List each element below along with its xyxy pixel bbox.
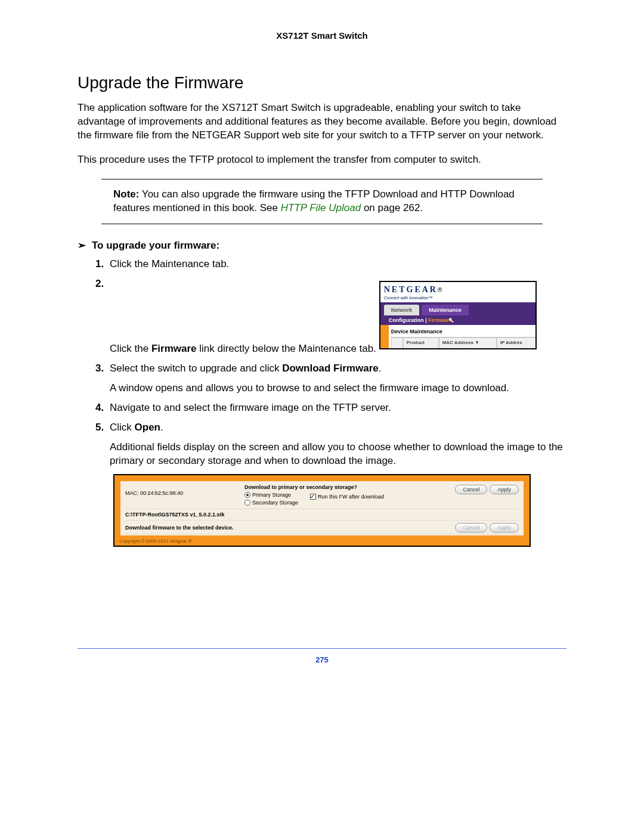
note-link[interactable]: HTTP File Upload <box>281 202 361 213</box>
step-3-text-c: . <box>379 363 382 374</box>
tab-maintenance[interactable]: Maintenance <box>422 305 469 315</box>
step-2-bold: Firmware <box>151 343 197 354</box>
page-footer: 275 <box>78 648 566 665</box>
file-path: C:\TFTP-Root\GS752TXS v1_5.0.2.1.stk <box>125 509 519 521</box>
apply-button[interactable]: Apply <box>490 485 519 494</box>
step-4: Navigate to and select the firmware imag… <box>95 401 566 415</box>
note-rule-bottom <box>101 224 543 224</box>
radio-primary[interactable] <box>244 492 250 498</box>
cancel-button[interactable]: Cancel <box>455 485 487 494</box>
step-5: Click Open. Additional fields display on… <box>95 421 566 468</box>
netgear-tagline: Connect with Innovation™ <box>384 295 532 301</box>
step-3: Select the switch to upgrade and click D… <box>95 362 566 395</box>
step-3-text-a: Select the switch to upgrade and click <box>110 363 282 374</box>
procedure-title: To upgrade your firmware: <box>92 240 219 251</box>
cancel-button-disabled: Cancel <box>455 523 487 532</box>
radio-primary-label: Primary Storage <box>252 491 291 498</box>
step-1: Click the Maintenance tab. <box>95 258 566 271</box>
copyright-bar: Copyright © 2009-2011 Netgear ® <box>114 538 530 546</box>
device-maintenance-title: Device Maintenance <box>391 326 535 337</box>
step-5-extra: Additional fields display on the screen … <box>110 441 566 468</box>
col-ip[interactable]: IP Addres <box>497 337 535 348</box>
radio-secondary-label: Secondary Storage <box>252 499 298 506</box>
col-product[interactable]: Product <box>403 337 439 348</box>
step-3-extra: A window opens and allows you to browse … <box>110 382 566 395</box>
header-product: XS712T Smart Switch <box>78 30 566 42</box>
section-heading: Upgrade the Firmware <box>78 72 566 94</box>
radio-secondary[interactable] <box>244 500 250 506</box>
checkbox-run-fw[interactable] <box>310 494 316 500</box>
chevron-icon: ➢ <box>78 240 86 251</box>
step-3-bold: Download Firmware <box>282 363 379 374</box>
step-5-text-c: . <box>160 422 163 433</box>
mac-label: MAC: 00:24:b2:5c:98:40 <box>125 484 244 497</box>
step-2-text-a: Click the <box>110 343 151 354</box>
step-2-text-c: link directly below the Maintenance tab. <box>197 343 376 354</box>
step-4-text: Navigate to and select the firmware imag… <box>110 402 391 413</box>
download-message: Download firmware to the selected device… <box>125 524 453 531</box>
note-rule-top <box>101 179 543 179</box>
apply-button-disabled: Apply <box>490 523 519 532</box>
netgear-reg: ® <box>438 287 442 293</box>
tab-network[interactable]: Network <box>384 305 420 315</box>
note-text-after: on page 262. <box>361 202 423 213</box>
intro-paragraph-1: The application software for the XS712T … <box>78 101 566 143</box>
screenshot-download-dialog: MAC: 00:24:b2:5c:98:40 Download to prima… <box>113 474 531 547</box>
step-2: Click the Firmware link directly below t… <box>95 277 566 356</box>
netgear-logo: NETGEAR <box>384 285 438 294</box>
steps-list: Click the Maintenance tab. Click the Fir… <box>95 258 566 468</box>
checkbox-run-fw-label: Run this FW after download <box>318 493 384 500</box>
col-mac[interactable]: MAC Address ▼ <box>439 337 497 348</box>
page-number: 275 <box>315 655 329 664</box>
step-1-text: Click the Maintenance tab. <box>110 258 229 270</box>
step-5-text-a: Click <box>110 422 135 433</box>
step-5-bold: Open <box>135 422 160 433</box>
storage-question: Download to primary or secondary storage… <box>244 484 400 491</box>
intro-paragraph-2: This procedure uses the TFTP protocol to… <box>78 153 566 167</box>
subnav-configuration[interactable]: Configuration <box>389 317 424 323</box>
procedure-title-row: ➢To upgrade your firmware: <box>78 239 566 253</box>
note-block: Note: You can also upgrade the firmware … <box>101 179 543 224</box>
col-checkbox[interactable] <box>391 337 403 348</box>
screenshot-netgear-ui: NETGEAR® Connect with Innovation™ Networ… <box>379 281 537 349</box>
note-label: Note: <box>113 188 139 200</box>
